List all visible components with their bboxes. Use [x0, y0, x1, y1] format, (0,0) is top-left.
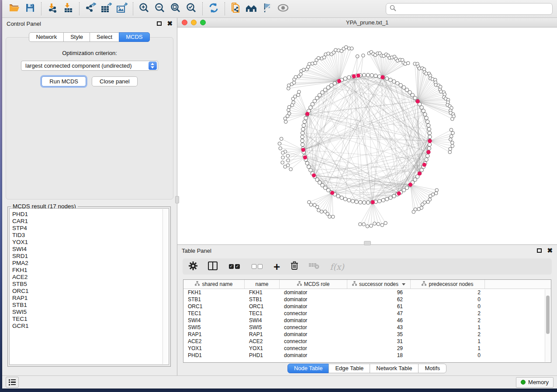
table-row[interactable]: SWI4SWI4dominator462 — [183, 317, 551, 324]
import-network-button[interactable] — [46, 2, 59, 15]
column-header-successor-nodes[interactable]: successor nodes — [347, 280, 411, 289]
float-panel-icon[interactable] — [537, 248, 542, 253]
show-log-button[interactable] — [6, 377, 19, 388]
result-item[interactable]: SWI5 — [12, 309, 169, 316]
result-item[interactable]: PMA2 — [12, 260, 169, 267]
open-file-button[interactable] — [8, 2, 21, 15]
tab-network[interactable]: Network — [29, 32, 64, 42]
tree-icon — [195, 281, 200, 287]
result-item[interactable]: SWI4 — [12, 246, 169, 253]
result-item[interactable]: CAR1 — [12, 218, 169, 225]
save-session-button[interactable] — [24, 2, 37, 15]
result-item[interactable]: STP4 — [12, 225, 169, 232]
tab-edge-table[interactable]: Edge Table — [329, 364, 370, 373]
horizontal-splitter-handle[interactable] — [364, 241, 371, 245]
function-builder-button[interactable]: f(x) — [330, 262, 344, 272]
result-item[interactable]: ORC1 — [12, 288, 169, 295]
table-row[interactable]: ACE2ACE2connector311 — [183, 338, 551, 345]
table-row[interactable]: FKH1FKH1dominator962 — [183, 289, 551, 296]
toolbar-separator — [225, 2, 225, 15]
network-view[interactable] — [177, 28, 557, 244]
tab-motifs[interactable]: Motifs — [418, 364, 446, 373]
tab-mcds[interactable]: MCDS — [119, 32, 149, 42]
result-list-scrollbar[interactable] — [163, 209, 168, 364]
show-columns-button[interactable] — [208, 261, 218, 272]
export-image-icon — [116, 3, 128, 15]
zoom-selected-button[interactable] — [185, 2, 198, 15]
table-cell: 0 — [411, 303, 485, 309]
hide-graphics-button[interactable] — [245, 2, 258, 15]
mcds-result-list[interactable]: PHD1CAR1STP4TID3YOX1SWI4SRD1PMA2FKH1ACE2… — [9, 208, 169, 365]
memory-button[interactable]: Memory — [516, 377, 554, 388]
result-item[interactable]: SRD1 — [12, 253, 169, 260]
import-table-icon — [63, 3, 73, 15]
export-network-icon — [85, 3, 96, 15]
search-field[interactable] — [386, 3, 553, 15]
table-row[interactable]: RAP1RAP1dominator352 — [183, 331, 551, 338]
table-cell: connector — [280, 338, 347, 344]
zoom-in-button[interactable] — [138, 2, 151, 15]
table-scrollbar[interactable] — [545, 289, 550, 362]
search-input[interactable] — [399, 6, 549, 12]
export-image-button[interactable] — [115, 2, 128, 15]
result-item[interactable]: FKH1 — [12, 267, 169, 274]
result-item[interactable]: TEC1 — [12, 316, 169, 323]
zoom-fit-button[interactable] — [169, 2, 182, 15]
table-row[interactable]: SWI5SWI5connector431 — [183, 324, 551, 331]
result-item[interactable]: GCR1 — [12, 323, 169, 330]
delete-column-button[interactable] — [291, 261, 298, 272]
node-table-header: shared namenameMCDS rolesuccessor nodesp… — [183, 280, 551, 289]
table-row[interactable]: STB1STB1dominator620 — [183, 296, 551, 303]
refresh-button[interactable] — [207, 2, 220, 15]
table-row[interactable]: ORC1ORC1dominator610 — [183, 303, 551, 310]
column-header-predecessor-nodes[interactable]: predecessor nodes — [411, 280, 485, 289]
close-panel-icon[interactable]: ✖ — [167, 21, 173, 26]
float-panel-icon[interactable] — [157, 21, 162, 26]
table-scrollbar-thumb[interactable] — [546, 296, 550, 334]
result-item[interactable]: PHD1 — [12, 211, 169, 218]
tab-select[interactable]: Select — [90, 32, 119, 42]
select-all-button[interactable] — [228, 264, 240, 269]
table-cell: 2 — [411, 310, 485, 316]
table-cell: SWI5 — [245, 324, 280, 330]
tab-node-table[interactable]: Node Table — [287, 364, 329, 373]
export-network-button[interactable] — [84, 2, 97, 15]
export-table-button[interactable] — [100, 2, 113, 15]
close-panel-icon[interactable]: ✖ — [547, 248, 553, 253]
column-header-MCDS-role[interactable]: MCDS role — [280, 280, 347, 289]
network-from-selection-button[interactable] — [229, 2, 242, 15]
result-item[interactable]: YOX1 — [12, 239, 169, 246]
deselect-all-button[interactable] — [251, 264, 263, 269]
table-row[interactable]: YOX1YOX1connector291 — [183, 345, 551, 352]
delete-table-button[interactable] — [309, 262, 319, 271]
result-item[interactable]: STB5 — [12, 281, 169, 288]
table-cell: 43 — [347, 324, 411, 330]
result-item[interactable]: RAP1 — [12, 295, 169, 302]
close-panel-button[interactable]: Close panel — [92, 76, 138, 86]
vertical-splitter-handle[interactable] — [175, 196, 179, 203]
table-cell: connector — [280, 324, 347, 330]
table-row[interactable]: PHD1PHD1dominator180 — [183, 352, 551, 359]
eye-button[interactable] — [277, 2, 290, 15]
table-settings-button[interactable] — [189, 261, 197, 272]
network-canvas[interactable] — [177, 28, 557, 244]
result-item[interactable]: ACE2 — [12, 274, 169, 281]
result-item[interactable]: STB1 — [12, 302, 169, 309]
column-header-name[interactable]: name — [245, 280, 280, 289]
column-header-shared-name[interactable]: shared name — [183, 280, 245, 289]
optimization-criterion-select[interactable]: largest connected component (undirected) — [21, 61, 158, 71]
flag-button[interactable] — [261, 2, 274, 15]
table-cell: 29 — [347, 345, 411, 351]
add-column-button[interactable]: + — [273, 262, 280, 271]
table-row[interactable]: TEC1TEC1connector472 — [183, 310, 551, 317]
zoom-out-button[interactable] — [153, 2, 166, 15]
run-mcds-button[interactable]: Run MCDS — [42, 76, 86, 86]
result-item[interactable]: TID3 — [12, 232, 169, 239]
tab-network-table[interactable]: Network Table — [370, 364, 419, 373]
mcds-tab-content: Optimization criterion: largest connecte… — [6, 37, 173, 199]
list-icon-row — [9, 384, 16, 385]
tab-style[interactable]: Style — [63, 32, 90, 42]
tree-icon — [297, 281, 302, 287]
table-cell: 35 — [347, 331, 411, 337]
import-table-button[interactable] — [62, 2, 75, 15]
